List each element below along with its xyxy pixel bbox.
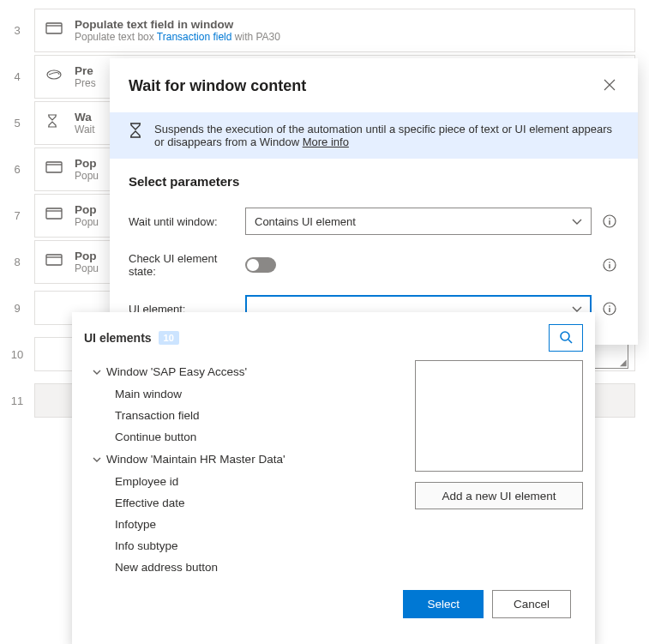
window-icon bbox=[45, 254, 63, 269]
tree-item[interactable]: Employee id bbox=[84, 471, 405, 492]
section-title: Select parameters bbox=[129, 174, 619, 189]
svg-rect-3 bbox=[46, 162, 62, 172]
tree-group[interactable]: Window 'Maintain HR Master Data' bbox=[84, 448, 405, 471]
close-icon bbox=[604, 81, 616, 93]
window-icon bbox=[45, 208, 63, 223]
tree-item[interactable]: Main window bbox=[84, 383, 405, 405]
step-subtitle: Popu bbox=[75, 216, 99, 228]
cancel-button[interactable]: Cancel bbox=[492, 590, 571, 618]
step-number: 7 bbox=[0, 209, 34, 222]
resize-grip-icon: ◢ bbox=[620, 358, 627, 367]
tree-group-label: Window 'Maintain HR Master Data' bbox=[106, 453, 285, 466]
info-banner: Suspends the execution of the automation… bbox=[110, 112, 638, 159]
ui-elements-count-badge: 10 bbox=[159, 331, 179, 345]
svg-point-16 bbox=[609, 305, 610, 307]
chevron-down-icon bbox=[93, 365, 101, 378]
check-state-toggle[interactable] bbox=[245, 257, 276, 273]
step-subtitle: Wait bbox=[75, 123, 95, 135]
step-title: Wa bbox=[75, 111, 95, 123]
tree-item[interactable]: Info subtype bbox=[84, 535, 405, 557]
ui-elements-tree: Window 'SAP Easy Access' Main window Tra… bbox=[84, 360, 405, 578]
step-title: Pre bbox=[75, 64, 96, 77]
window-icon bbox=[45, 161, 63, 177]
more-info-link[interactable]: More info bbox=[303, 135, 349, 148]
ui-element-preview bbox=[415, 360, 583, 472]
search-button[interactable] bbox=[549, 324, 583, 352]
wait-until-label: Wait until window: bbox=[129, 215, 245, 228]
svg-point-13 bbox=[609, 262, 610, 263]
window-icon bbox=[45, 22, 63, 38]
tree-item[interactable]: Infotype bbox=[84, 514, 405, 535]
svg-point-10 bbox=[609, 218, 610, 220]
close-button[interactable] bbox=[600, 75, 619, 97]
info-icon[interactable] bbox=[600, 258, 619, 272]
step-number: 11 bbox=[0, 394, 34, 407]
svg-line-19 bbox=[568, 340, 572, 343]
hourglass-icon bbox=[45, 114, 63, 131]
tree-group[interactable]: Window 'SAP Easy Access' bbox=[84, 360, 405, 383]
tree-item[interactable]: Effective date bbox=[84, 492, 405, 514]
svg-point-18 bbox=[561, 332, 569, 340]
step-number: 10 bbox=[0, 348, 34, 361]
chevron-down-icon bbox=[572, 215, 582, 228]
keyboard-icon bbox=[45, 69, 63, 84]
step-number: 3 bbox=[0, 24, 34, 37]
step-title: Pop bbox=[75, 250, 99, 262]
step-title: Pop bbox=[75, 203, 99, 216]
svg-rect-0 bbox=[46, 23, 62, 33]
step-title: Populate text field in window bbox=[75, 18, 280, 31]
wait-until-value: Contains UI element bbox=[255, 215, 356, 228]
step-number: 9 bbox=[0, 302, 34, 315]
info-icon[interactable] bbox=[600, 214, 619, 228]
dialog-title: Wait for window content bbox=[129, 77, 306, 95]
add-ui-element-button[interactable]: Add a new UI element bbox=[415, 482, 583, 509]
chevron-down-icon bbox=[93, 453, 101, 466]
select-button[interactable]: Select bbox=[403, 590, 484, 618]
wait-for-window-dialog: Wait for window content Suspends the exe… bbox=[110, 58, 638, 345]
check-state-label: Check UI element state: bbox=[129, 252, 245, 278]
step-subtitle: Popu bbox=[75, 262, 99, 274]
svg-rect-5 bbox=[46, 208, 62, 219]
step-title: Pop bbox=[75, 157, 99, 170]
wait-until-select[interactable]: Contains UI element bbox=[245, 208, 592, 235]
tree-item[interactable]: New address button bbox=[84, 557, 405, 578]
hourglass-icon bbox=[129, 123, 142, 148]
ui-elements-popup: UI elements 10 Window 'SAP Easy Access' … bbox=[72, 312, 595, 644]
ui-elements-title: UI elements bbox=[84, 331, 152, 345]
banner-text: Suspends the execution of the automation… bbox=[154, 123, 612, 148]
step-subtitle: Populate text box Transaction field with… bbox=[75, 31, 280, 43]
step-number: 8 bbox=[0, 256, 34, 268]
svg-rect-7 bbox=[46, 255, 62, 265]
step-number: 5 bbox=[0, 117, 34, 129]
tree-item[interactable]: Continue button bbox=[84, 426, 405, 448]
step-subtitle: Popu bbox=[75, 170, 99, 182]
info-icon[interactable] bbox=[600, 302, 619, 316]
step-number: 4 bbox=[0, 70, 34, 83]
step-row[interactable]: 3 Populate text field in window Populate… bbox=[0, 7, 649, 53]
step-number: 6 bbox=[0, 163, 34, 176]
tree-group-label: Window 'SAP Easy Access' bbox=[106, 365, 247, 378]
search-icon bbox=[559, 330, 573, 346]
step-subtitle: Pres bbox=[75, 77, 96, 89]
tree-item[interactable]: Transaction field bbox=[84, 405, 405, 426]
